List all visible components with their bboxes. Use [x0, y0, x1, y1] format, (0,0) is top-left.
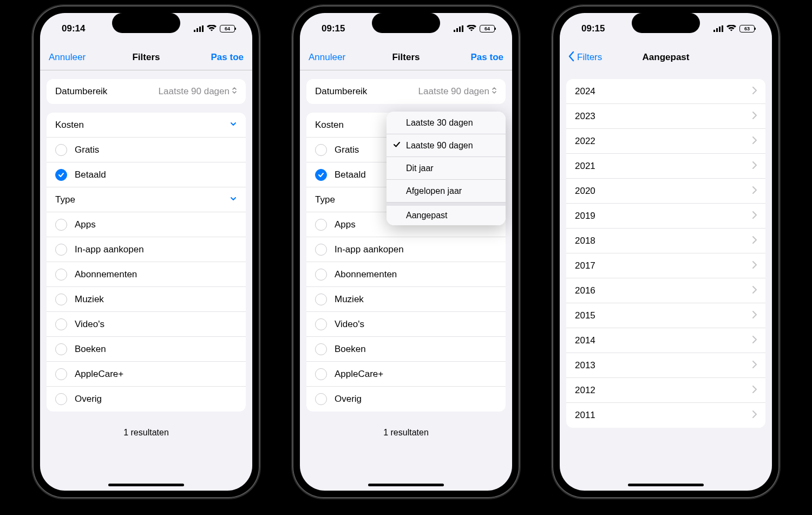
- type-option[interactable]: Boeken: [306, 337, 506, 362]
- back-label: Filters: [577, 52, 602, 63]
- cost-option-gratis[interactable]: Gratis: [47, 138, 246, 162]
- nav-title: Filters: [392, 52, 420, 63]
- svg-rect-5: [456, 28, 458, 32]
- content[interactable]: 2024202320222021202020192018201720162015…: [560, 70, 772, 491]
- nav-title: Aangepast: [643, 52, 690, 63]
- popup-option-last-year[interactable]: Afgelopen jaar: [387, 180, 506, 203]
- popup-label: Dit jaar: [406, 164, 434, 173]
- radio-checked-icon: [315, 169, 327, 181]
- year-row[interactable]: 2011: [566, 403, 765, 428]
- home-indicator[interactable]: [628, 484, 704, 486]
- svg-rect-0: [194, 30, 195, 32]
- year-row[interactable]: 2012: [566, 378, 765, 403]
- year-row[interactable]: 2013: [566, 353, 765, 378]
- popup-label: Laatste 90 dagen: [406, 141, 473, 151]
- popup-option-90[interactable]: Laatste 90 dagen: [387, 134, 506, 157]
- type-option[interactable]: Video's: [47, 312, 246, 337]
- apply-button[interactable]: Pas toe: [471, 52, 503, 63]
- radio-icon: [55, 144, 67, 156]
- date-range-row[interactable]: Datumbereik Laatste 90 dagen: [306, 79, 506, 104]
- cost-option-betaald[interactable]: Betaald: [47, 162, 246, 187]
- cancel-button[interactable]: Annuleer: [309, 52, 345, 63]
- svg-rect-10: [719, 27, 721, 32]
- option-label: Betaald: [75, 170, 106, 180]
- type-option[interactable]: Muziek: [47, 287, 246, 312]
- year-row[interactable]: 2021: [566, 154, 765, 179]
- chevron-right-icon: [752, 136, 757, 147]
- radio-icon: [315, 269, 327, 281]
- home-indicator[interactable]: [368, 484, 444, 486]
- year-row[interactable]: 2019: [566, 204, 765, 229]
- filters-card: Kosten Gratis Betaald Type Apps In-app a…: [47, 113, 246, 412]
- status-indicators: 64: [194, 25, 235, 32]
- apply-button[interactable]: Pas toe: [211, 52, 244, 63]
- type-option[interactable]: Boeken: [47, 337, 246, 362]
- type-option[interactable]: AppleCare+: [47, 362, 246, 387]
- type-option[interactable]: AppleCare+: [306, 362, 506, 387]
- content[interactable]: Datumbereik Laatste 90 dagen Kosten: [40, 70, 252, 491]
- year-row[interactable]: 2017: [566, 253, 765, 278]
- chevron-right-icon: [752, 410, 757, 421]
- screen: 09:15 64 Annuleer Filters Pas toe Datumb…: [300, 13, 512, 491]
- type-header-row[interactable]: Type: [47, 187, 246, 212]
- cellular-icon: [713, 25, 723, 32]
- battery-icon: 63: [739, 25, 755, 32]
- popup-label: Afgelopen jaar: [406, 186, 462, 196]
- popup-label: Laatste 30 dagen: [406, 118, 473, 128]
- wifi-icon: [207, 25, 217, 32]
- battery-icon: 64: [480, 25, 495, 32]
- results-count: 1 resultaten: [47, 428, 246, 438]
- year-label: 2011: [575, 410, 595, 421]
- radio-icon: [55, 294, 67, 305]
- date-range-card: Datumbereik Laatste 90 dagen: [306, 79, 506, 104]
- costs-header-row[interactable]: Kosten: [47, 113, 246, 138]
- chevron-down-icon: [230, 194, 237, 205]
- type-option[interactable]: Abonnementen: [47, 262, 246, 287]
- type-option[interactable]: In-app aankopen: [47, 237, 246, 262]
- svg-rect-7: [462, 25, 463, 32]
- popup-option-this-year[interactable]: Dit jaar: [387, 157, 506, 180]
- clock: 09:15: [322, 23, 345, 34]
- year-row[interactable]: 2014: [566, 328, 765, 353]
- option-label: Apps: [75, 219, 96, 230]
- popup-option-30[interactable]: Laatste 30 dagen: [387, 112, 506, 134]
- option-label: Gratis: [75, 145, 99, 155]
- svg-rect-8: [713, 30, 715, 32]
- year-label: 2019: [575, 211, 595, 221]
- type-option[interactable]: In-app aankopen: [306, 237, 506, 262]
- option-label: In-app aankopen: [75, 244, 144, 255]
- type-option[interactable]: Abonnementen: [306, 262, 506, 287]
- cancel-button[interactable]: Annuleer: [49, 52, 86, 63]
- date-range-popup: Laatste 30 dagen Laatste 90 dagen Dit ja…: [387, 112, 506, 225]
- back-button[interactable]: Filters: [568, 51, 602, 64]
- date-range-value: Laatste 90 dagen: [418, 86, 497, 97]
- year-row[interactable]: 2020: [566, 179, 765, 204]
- year-label: 2018: [575, 236, 595, 246]
- year-row[interactable]: 2024: [566, 79, 765, 104]
- type-option[interactable]: Muziek: [306, 287, 506, 312]
- option-label: Overig: [75, 394, 102, 405]
- screen: 09:15 63 Filters Aangepast 2024202320222…: [560, 13, 772, 491]
- notch: [632, 13, 700, 33]
- type-option[interactable]: Apps: [47, 212, 246, 237]
- year-label: 2020: [575, 186, 595, 197]
- year-label: 2022: [575, 136, 595, 147]
- year-row[interactable]: 2018: [566, 229, 765, 253]
- home-indicator[interactable]: [108, 484, 184, 486]
- popup-option-custom[interactable]: Aangepast: [387, 203, 506, 225]
- option-label: Video's: [335, 319, 364, 330]
- type-option[interactable]: Video's: [306, 312, 506, 337]
- chevron-right-icon: [752, 335, 757, 346]
- popup-label: Aangepast: [406, 211, 448, 220]
- year-row[interactable]: 2023: [566, 104, 765, 129]
- year-row[interactable]: 2016: [566, 278, 765, 303]
- costs-header-label: Kosten: [55, 120, 84, 131]
- chevron-right-icon: [752, 161, 757, 172]
- chevron-right-icon: [752, 236, 757, 246]
- type-option[interactable]: Overig: [47, 387, 246, 412]
- date-range-row[interactable]: Datumbereik Laatste 90 dagen: [47, 79, 246, 104]
- status-indicators: 64: [454, 25, 495, 32]
- year-row[interactable]: 2022: [566, 129, 765, 154]
- type-option[interactable]: Overig: [306, 387, 506, 412]
- year-row[interactable]: 2015: [566, 303, 765, 328]
